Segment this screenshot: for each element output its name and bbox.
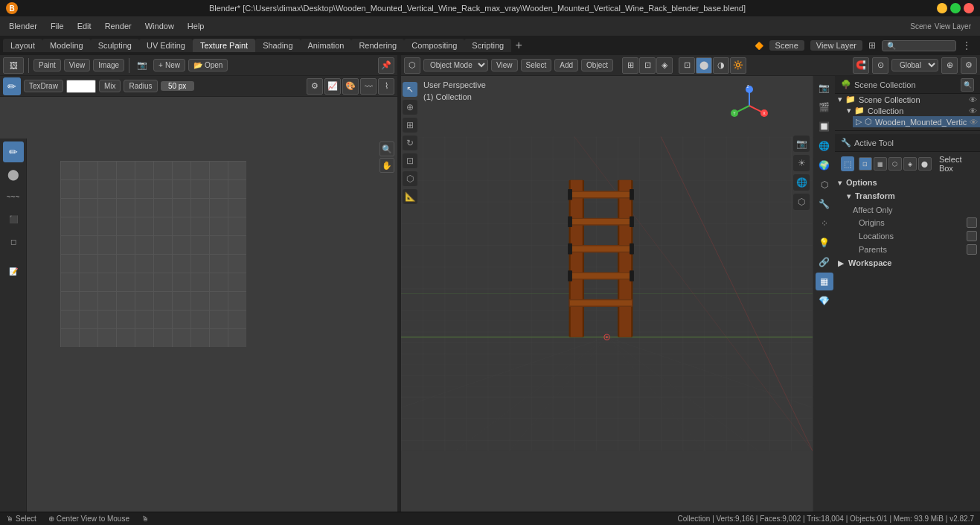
menu-edit[interactable]: Edit bbox=[71, 20, 97, 32]
menu-blender[interactable]: Blender bbox=[3, 20, 43, 32]
outliner-item-wooden[interactable]: ▷ ⬡ Wooden_Mounted_Vertic 👁 bbox=[853, 116, 980, 127]
transform-orientation[interactable]: Global bbox=[891, 59, 938, 71]
prop-particles-icon[interactable]: ⁘ bbox=[816, 214, 833, 232]
prop-physics-icon[interactable]: 💡 bbox=[816, 234, 833, 252]
3d-viewport[interactable]: User Perspective (1) Collection ↖ ⊕ ⊞ ↻ … bbox=[401, 76, 813, 512]
add-workspace-button[interactable]: + bbox=[511, 38, 526, 53]
minimize-button[interactable] bbox=[937, 3, 947, 13]
select-mode-2[interactable]: ▦ bbox=[874, 157, 887, 171]
snap-toggle[interactable]: 🧲 bbox=[853, 57, 869, 74]
viewlayer-select[interactable]: View Layer bbox=[810, 40, 862, 51]
pan-icon[interactable]: ✋ bbox=[379, 158, 394, 173]
prop-viewlayer-icon[interactable]: 🔲 bbox=[816, 118, 833, 136]
toggle-brush-icon[interactable]: ⚙ bbox=[307, 78, 323, 95]
vp-light-icon[interactable]: ☀ bbox=[793, 155, 810, 171]
radius-input[interactable] bbox=[161, 81, 194, 91]
transform-section-header[interactable]: ▾ Transform bbox=[835, 189, 980, 203]
origins-checkbox[interactable] bbox=[967, 217, 977, 228]
zoom-in-icon[interactable]: 🔍 bbox=[379, 141, 394, 156]
viewport-editor-type[interactable]: ⬡ bbox=[404, 57, 420, 74]
fullscreen-icon[interactable]: ⊞ bbox=[868, 40, 876, 51]
shading-rendered[interactable]: 🔆 bbox=[730, 57, 746, 74]
proportional-edit[interactable]: ⊙ bbox=[872, 57, 888, 74]
prop-world-icon[interactable]: 🌍 bbox=[816, 156, 833, 174]
workspace-section-header[interactable]: ▶ Workspace bbox=[835, 256, 980, 270]
image-menu-button[interactable]: Image bbox=[93, 59, 124, 71]
visibility-icon-2[interactable]: 👁 bbox=[969, 106, 977, 115]
object-3d-menu[interactable]: Object bbox=[581, 59, 613, 71]
parents-checkbox[interactable] bbox=[967, 244, 977, 255]
viewport-settings[interactable]: ⚙ bbox=[961, 57, 977, 74]
prop-data-icon[interactable]: ▦ bbox=[816, 273, 833, 290]
new-button[interactable]: + New bbox=[153, 59, 185, 71]
orientation-gizmo[interactable]: Z X Y bbox=[727, 83, 772, 128]
prop-output-icon[interactable]: 🎬 bbox=[816, 98, 833, 116]
open-button[interactable]: 📂 Open bbox=[188, 59, 228, 71]
shading-material[interactable]: ◑ bbox=[713, 57, 729, 74]
prop-material-icon[interactable]: 💎 bbox=[816, 292, 833, 310]
brush-name-button[interactable]: TexDraw bbox=[24, 80, 63, 92]
prop-constraints-icon[interactable]: 🔗 bbox=[816, 253, 833, 271]
add-3d-menu[interactable]: Add bbox=[554, 59, 578, 71]
shading-solid[interactable]: ⬤ bbox=[696, 57, 712, 74]
tab-compositing[interactable]: Compositing bbox=[404, 39, 464, 52]
tab-modeling[interactable]: Modeling bbox=[42, 39, 91, 52]
prop-render-icon[interactable]: 📷 bbox=[816, 79, 833, 97]
prop-object-icon[interactable]: ⬡ bbox=[816, 176, 833, 194]
view-menu-button[interactable]: View bbox=[64, 59, 91, 71]
tab-layout[interactable]: Layout bbox=[3, 39, 42, 52]
vp-tool-transform[interactable]: ⬡ bbox=[403, 171, 417, 186]
view-3d-menu[interactable]: View bbox=[491, 59, 518, 71]
tab-uv-editing[interactable]: UV Editing bbox=[139, 39, 193, 52]
options-section-header[interactable]: ▾ Options bbox=[835, 176, 980, 189]
color-picker-button[interactable] bbox=[66, 80, 96, 93]
tool-smear[interactable]: ~~~ bbox=[3, 186, 24, 207]
toggle-texture-icon[interactable]: 🎨 bbox=[342, 78, 359, 95]
menu-help[interactable]: Help bbox=[182, 20, 211, 32]
outliner-item-scene-collection[interactable]: ▾ 📁 Scene Collection 👁 bbox=[835, 94, 980, 105]
tab-scripting[interactable]: Scripting bbox=[464, 39, 511, 52]
vp-tool-move[interactable]: ⊞ bbox=[403, 118, 417, 133]
menu-window[interactable]: Window bbox=[139, 20, 180, 32]
vp-tool-rotate[interactable]: ↻ bbox=[403, 136, 417, 150]
viewport-xray-toggle[interactable]: ◈ bbox=[656, 57, 673, 74]
vp-tool-scale[interactable]: ⊡ bbox=[403, 153, 417, 168]
viewport-gizmo-toggle[interactable]: ⊞ bbox=[622, 57, 638, 74]
shading-wireframe[interactable]: ⊡ bbox=[679, 57, 695, 74]
search-input[interactable] bbox=[882, 40, 956, 51]
tool-annotate[interactable]: 📝 bbox=[3, 261, 24, 281]
tab-shading[interactable]: Shading bbox=[255, 39, 300, 52]
vp-render-icon[interactable]: ⬡ bbox=[793, 194, 810, 210]
visibility-icon[interactable]: 👁 bbox=[969, 95, 977, 104]
vp-tool-cursor[interactable]: ⊕ bbox=[403, 100, 417, 115]
tool-erase[interactable]: ◻ bbox=[3, 231, 24, 252]
select-mode-4[interactable]: ◈ bbox=[903, 157, 917, 171]
tool-draw[interactable]: ✏ bbox=[3, 141, 24, 162]
outliner-item-collection[interactable]: ▾ 📁 Collection 👁 bbox=[844, 105, 980, 116]
select-mode-1[interactable]: ⊡ bbox=[859, 157, 872, 171]
uv-canvas[interactable]: 🔍 ✋ bbox=[27, 139, 397, 512]
tool-fill[interactable]: ⬤ bbox=[3, 164, 24, 185]
menu-render[interactable]: Render bbox=[99, 20, 138, 32]
vp-camera-icon[interactable]: 📷 bbox=[793, 136, 810, 152]
scene-select[interactable]: Scene bbox=[769, 40, 804, 51]
tab-animation[interactable]: Animation bbox=[301, 39, 352, 52]
locations-checkbox[interactable] bbox=[967, 231, 977, 241]
outliner-filter-icon[interactable]: 🔍 bbox=[961, 78, 974, 92]
tool-clone[interactable]: ⬛ bbox=[3, 209, 24, 229]
window-controls[interactable] bbox=[937, 3, 974, 13]
prop-modifier-icon[interactable]: 🔧 bbox=[816, 195, 833, 213]
editor-type-button[interactable]: 🖼 bbox=[3, 57, 24, 74]
visibility-icon-3[interactable]: 👁 bbox=[970, 118, 978, 127]
select-mode-5[interactable]: ⬤ bbox=[918, 157, 932, 171]
mode-select[interactable]: Object Mode bbox=[423, 59, 488, 71]
toggle-curve-icon[interactable]: 📈 bbox=[324, 78, 341, 95]
toggle-falloff-icon[interactable]: ⌇ bbox=[378, 78, 394, 95]
tab-rendering[interactable]: Rendering bbox=[351, 39, 404, 52]
vp-tool-select[interactable]: ↖ bbox=[403, 82, 417, 97]
transform-pivot[interactable]: ⊕ bbox=[941, 57, 958, 74]
close-button[interactable] bbox=[964, 3, 974, 13]
tab-sculpting[interactable]: Sculpting bbox=[91, 39, 139, 52]
vp-scene-icon[interactable]: 🌐 bbox=[793, 174, 810, 191]
pin-icon[interactable]: 📌 bbox=[378, 57, 394, 74]
